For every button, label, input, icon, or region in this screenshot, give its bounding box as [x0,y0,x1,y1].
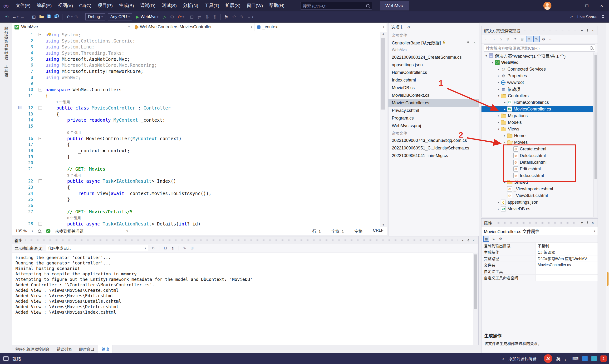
menu-item[interactable]: 工具(T) [201,0,222,11]
property-row[interactable]: 自定义工具 [482,268,598,275]
goto-message-icon[interactable]: ⊞ [190,246,195,250]
fold-margin[interactable]: − [35,33,45,36]
code-line[interactable]: 1−using System; [12,32,380,38]
window-edge-scrollbar[interactable] [606,23,609,353]
expander-icon[interactable]: ▸ [496,67,501,71]
document-list-item[interactable]: MoviesController.cs [388,99,479,107]
save-icon[interactable] [45,14,53,20]
expander-icon[interactable]: ▸ [496,207,501,210]
member-dropdown[interactable]: _context ▾ [255,23,387,31]
code-line[interactable]: 8using WebMvc; [12,74,380,80]
expander-icon[interactable]: ▸ [502,134,507,137]
fold-margin[interactable]: − [35,106,45,110]
background-tasks-icon[interactable] [3,356,9,361]
code-line[interactable]: 2using System.Collections.Generic; [12,38,380,44]
document-list-item[interactable]: MovieDBContext.cs [388,91,479,99]
server-explorer-vertical-tab[interactable]: 服务器资源管理器 [3,26,9,61]
expander-icon[interactable]: ▾ [484,54,489,57]
code-line[interactable]: 14 private readonly MyContext _context; [12,117,380,123]
output-log[interactable]: Finding the generator 'controller'...Run… [12,253,473,345]
clear-all-icon[interactable]: ⊟ [163,246,168,250]
menu-item[interactable]: 生成(B) [116,0,137,11]
tree-item[interactable]: ▸Models [482,119,593,126]
fold-marker-icon[interactable]: − [39,88,42,91]
tray-blue-icon[interactable] [582,356,588,361]
forward-icon[interactable]: → [19,14,26,19]
tree-item[interactable]: ▾解决方案"WebMvc"(1 个项目/共 1 个) [482,52,593,59]
document-list-item[interactable]: ControllerBase [从元数据]× [388,39,479,46]
menu-item[interactable]: 帮助(H) [266,0,287,11]
solution-search-box[interactable]: 搜索解决方案资源管理器(Ctrl+;) [484,44,595,52]
output-scrollbar[interactable] [473,253,478,345]
fold-marker-icon[interactable]: − [39,222,42,226]
scroll-up-icon[interactable]: ▲ [380,32,387,35]
panel-drag-area[interactable] [25,239,458,241]
add-to-source-control[interactable]: 添加到源代码管... [508,355,540,361]
document-list-item[interactable]: Program.cs [388,114,479,122]
redo-icon[interactable]: ↷ [72,14,80,20]
home-icon[interactable]: ⌂ [498,36,504,42]
code-cleanup-icon[interactable]: ✎ [126,230,128,233]
code-line[interactable]: 15 [12,123,380,129]
hot-reload-caret-icon[interactable]: ▾ [183,15,184,19]
debug-configuration-select[interactable]: Debug ▾ [85,13,105,20]
close-icon[interactable]: × [472,41,476,45]
tree-item[interactable]: @Details.cshtml [482,159,593,166]
menu-item[interactable]: 调试(D) [137,0,158,11]
code-line[interactable]: 6using Microsoft.AspNetCore.Mvc.Renderin… [12,62,380,68]
menu-item[interactable]: 窗口(W) [244,0,266,11]
toolbox-vertical-tab[interactable]: 工具箱 [3,65,9,77]
save-all-icon[interactable] [53,14,61,20]
editor-scrollbar-thumb[interactable] [381,38,385,110]
code-lines[interactable]: 1−using System;2using System.Collections… [12,32,380,227]
health-indicator-icon[interactable] [38,230,41,233]
document-list-item[interactable]: 20221009060743_xiaoShu@qq.com.cs [388,137,479,144]
fold-marker-icon[interactable]: − [39,179,42,183]
ime-indicator[interactable]: 英 [556,355,560,362]
property-value[interactable] [536,275,598,281]
show-all-files-toggle[interactable]: ≡ [526,36,532,42]
menu-item[interactable]: 编辑(E) [34,0,55,11]
preview-icon[interactable]: ⋯ [548,36,554,42]
menu-item[interactable]: 扩展(X) [222,0,243,11]
code-line[interactable]: 11{ [12,93,380,99]
live-share-icon[interactable]: ↗ [569,14,573,19]
word-wrap-icon[interactable]: ¶ [171,246,175,250]
menu-item[interactable]: 文件(F) [13,0,34,11]
tree-item[interactable]: ▾Movies [482,139,593,146]
switch-views-icon[interactable]: ⇄ [505,36,511,42]
tree-item[interactable]: ▸▦依赖项 [482,86,593,92]
gear-icon[interactable]: ⚙ [406,25,412,29]
property-value[interactable] [536,268,598,274]
tree-item[interactable]: ▸C#MovieDB.cs [482,206,593,212]
feedback-icon[interactable] [601,14,605,20]
codelens-references[interactable]: 0 个引用 [45,215,81,220]
tool-tab-item[interactable]: 错误列表 [53,345,75,353]
code-line[interactable]: 16− public MoviesController(MyContext co… [12,135,380,142]
document-list-item[interactable]: 20221009080124_CreateSchema.cs [388,53,479,61]
solution-explorer-scrollbar[interactable] [593,52,598,217]
expander-icon[interactable]: ▸ [502,181,507,184]
tree-item[interactable]: @_ViewImports.cshtml [482,186,593,192]
property-row[interactable]: 文件名MoviesController.cs [482,262,598,268]
uncomment-icon[interactable]: ¶ [211,14,218,19]
code-line[interactable]: 23 { [12,184,380,190]
scroll-down-icon[interactable]: ▼ [380,223,387,226]
tree-item[interactable]: ▸Shared [482,179,593,186]
panel-drag-area[interactable] [494,222,577,224]
code-line[interactable]: 12− public class MoviesController : Cont… [12,105,380,111]
document-list-item[interactable]: 20221009060951_C...IdentitySchema.cs [388,144,479,152]
code-line[interactable]: 17 { [12,141,380,148]
code-line[interactable]: 10−namespace WebMvc.Controllers [12,87,380,93]
active-document-pill[interactable]: WebMvc [380,1,409,11]
panel-drag-area[interactable] [523,30,577,32]
fold-margin[interactable]: − [35,179,45,183]
tool-tab-active[interactable]: 输出 [98,345,113,353]
minimize-button[interactable]: ─ [565,0,580,11]
expander-icon[interactable]: ▾ [496,127,501,131]
property-value[interactable]: MoviesController.cs [536,262,598,268]
code-line[interactable]: 7using Microsoft.EntityFrameworkCore; [12,68,380,74]
code-line[interactable]: 9 [12,80,380,87]
property-value[interactable]: 不复制 [536,243,598,249]
expander-icon[interactable]: ▸ [502,107,507,111]
